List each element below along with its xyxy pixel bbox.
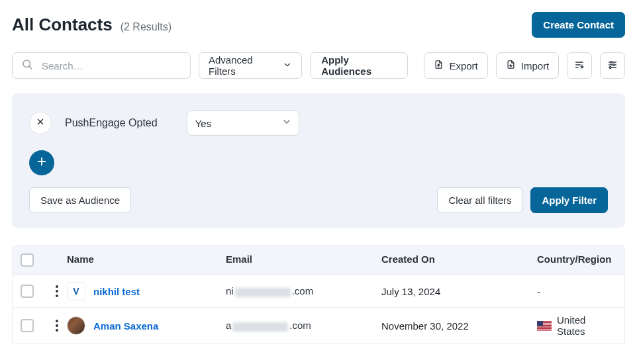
save-as-audience-button[interactable]: Save as Audience <box>29 187 131 213</box>
save-as-audience-label: Save as Audience <box>40 195 120 206</box>
table-row: Aman Saxena a.com November 30, 2022 Unit… <box>13 307 624 343</box>
advanced-filters-label: Advanced Filters <box>209 54 277 77</box>
svg-point-8 <box>613 64 615 66</box>
select-all-checkbox[interactable] <box>21 253 34 267</box>
export-icon <box>434 60 444 71</box>
table-row: V nikhil test ni.com July 13, 2024 - <box>13 275 624 307</box>
create-contact-label: Create Contact <box>543 19 614 30</box>
row-actions-menu[interactable] <box>52 320 62 332</box>
redacted-text <box>235 288 291 297</box>
search-icon <box>21 58 33 73</box>
plus-icon <box>36 156 48 170</box>
column-country[interactable]: Country/Region <box>537 253 616 267</box>
results-count: (2 Results) <box>121 21 172 33</box>
search-wrapper <box>12 52 191 79</box>
import-label: Import <box>521 60 550 71</box>
svg-point-10 <box>609 66 611 68</box>
row-checkbox[interactable] <box>21 319 34 332</box>
avatar <box>67 316 85 335</box>
sort-button[interactable] <box>567 52 592 79</box>
row-actions-menu[interactable] <box>52 285 62 297</box>
svg-point-6 <box>611 61 612 63</box>
logo-icon: V <box>73 286 79 296</box>
created-on-cell: July 13, 2024 <box>381 286 537 297</box>
avatar: V <box>67 282 85 300</box>
page-title: All Contacts <box>12 15 113 35</box>
clear-all-filters-button[interactable]: Clear all filters <box>437 187 522 213</box>
contacts-table: Name Email Created On Country/Region V n… <box>12 245 625 344</box>
apply-audiences-button[interactable]: Apply Audiences <box>310 52 408 79</box>
contact-name-link[interactable]: nikhil test <box>93 286 140 297</box>
email-cell: a.com <box>226 320 381 331</box>
import-button[interactable]: Import <box>496 52 560 79</box>
search-input[interactable] <box>12 52 191 79</box>
email-cell: ni.com <box>226 285 381 296</box>
chevron-down-icon <box>281 116 292 130</box>
row-checkbox[interactable] <box>21 285 34 298</box>
redacted-text <box>232 322 288 332</box>
contact-name-link[interactable]: Aman Saxena <box>93 320 158 332</box>
export-button[interactable]: Export <box>424 52 487 79</box>
column-email[interactable]: Email <box>226 253 381 267</box>
flag-us-icon <box>537 321 552 331</box>
country-cell: - <box>537 286 616 297</box>
created-on-cell: November 30, 2022 <box>381 320 537 332</box>
svg-line-1 <box>29 66 31 68</box>
create-contact-button[interactable]: Create Contact <box>532 12 625 38</box>
column-created-on[interactable]: Created On <box>381 253 537 267</box>
remove-filter-button[interactable] <box>29 112 52 134</box>
apply-audiences-label: Apply Audiences <box>321 54 397 77</box>
country-cell: United States <box>537 314 616 337</box>
filter-field-label: PushEngage Opted <box>65 117 158 129</box>
filter-value-select[interactable]: Yes <box>187 111 299 136</box>
chevron-down-icon <box>283 60 292 71</box>
apply-filter-button[interactable]: Apply Filter <box>530 187 608 213</box>
advanced-filters-button[interactable]: Advanced Filters <box>199 52 302 79</box>
apply-filter-label: Apply Filter <box>542 195 597 206</box>
filter-panel: PushEngage Opted Yes Save as Audience Cl… <box>12 93 625 228</box>
settings-filter-button[interactable] <box>600 52 625 79</box>
export-label: Export <box>449 60 477 71</box>
table-header: Name Email Created On Country/Region <box>13 246 624 275</box>
sliders-icon <box>607 60 618 72</box>
sort-icon <box>574 60 585 72</box>
column-name[interactable]: Name <box>67 253 226 267</box>
clear-all-filters-label: Clear all filters <box>448 195 511 206</box>
svg-point-0 <box>23 60 30 68</box>
filter-value-label: Yes <box>195 118 211 129</box>
import-icon <box>506 60 516 71</box>
add-filter-button[interactable] <box>29 150 54 175</box>
close-icon <box>36 117 45 129</box>
